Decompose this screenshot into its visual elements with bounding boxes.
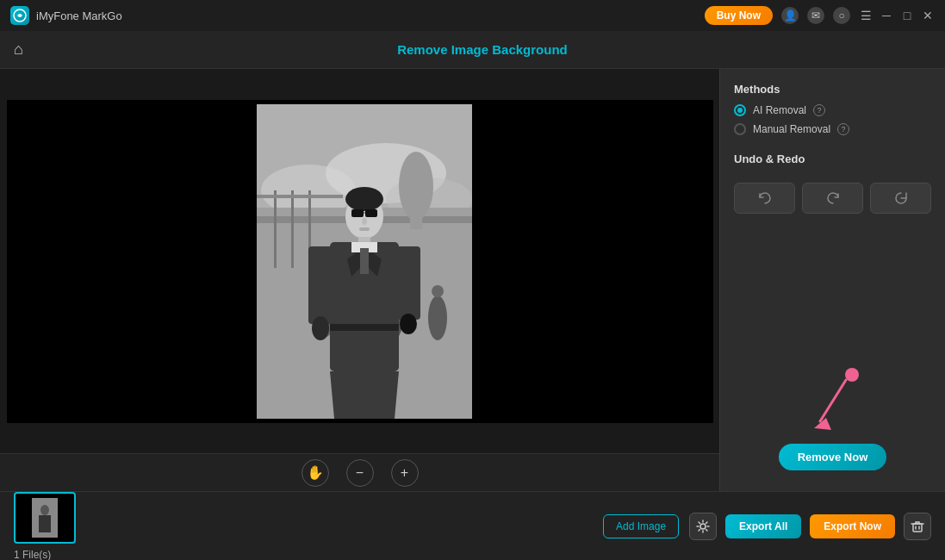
photo-frame: [257, 104, 472, 419]
svg-point-34: [362, 218, 367, 225]
refresh-button[interactable]: [870, 183, 931, 214]
svg-rect-25: [308, 246, 333, 324]
title-bar-left: iMyFone MarkGo: [10, 6, 122, 25]
svg-point-28: [400, 314, 417, 334]
maximize-icon[interactable]: □: [900, 9, 914, 22]
canvas-background: [7, 100, 713, 423]
settings-button[interactable]: [689, 513, 717, 540]
bottom-bar: 1 File(s) Add Image Export All Export No…: [0, 491, 945, 560]
bottom-left: 1 File(s): [14, 492, 76, 561]
ai-removal-row: AI Removal ?: [734, 104, 931, 116]
person-icon[interactable]: 👤: [781, 7, 799, 24]
main-content: ✋ − + Methods AI Removal ? Manual Remova…: [0, 69, 945, 491]
minimize-icon[interactable]: ─: [880, 9, 893, 22]
export-now-button[interactable]: Export Now: [810, 514, 895, 538]
svg-rect-47: [913, 524, 922, 532]
ai-removal-help-icon[interactable]: ?: [813, 104, 825, 116]
remove-now-button[interactable]: Remove Now: [779, 444, 887, 470]
window-controls: ☰ ─ □ ✕: [859, 9, 935, 22]
add-image-button[interactable]: Add Image: [603, 514, 679, 538]
canvas-area: ✋ − +: [0, 69, 719, 491]
header-bar: ⌂ Remove Image Background: [0, 31, 945, 69]
svg-rect-23: [330, 324, 399, 331]
svg-rect-31: [351, 209, 364, 217]
title-bar-right: Buy Now 👤 ✉ ○ ☰ ─ □ ✕: [705, 6, 935, 25]
svg-rect-32: [365, 209, 377, 217]
zoom-out-button[interactable]: −: [346, 459, 374, 487]
image-viewport: [0, 69, 719, 453]
buy-now-button[interactable]: Buy Now: [705, 6, 773, 25]
divider: Undo & Redo: [734, 152, 931, 174]
svg-point-30: [345, 187, 383, 211]
home-icon[interactable]: ⌂: [14, 40, 23, 59]
delete-button[interactable]: [904, 513, 931, 540]
manual-removal-label: Manual Removal: [753, 123, 830, 135]
undo-redo-row: [734, 183, 931, 214]
manual-removal-help-icon[interactable]: ?: [837, 123, 849, 135]
hand-tool-button[interactable]: ✋: [302, 459, 329, 487]
ai-removal-label: AI Removal: [753, 104, 806, 116]
methods-title: Methods: [734, 83, 931, 96]
title-bar: iMyFone MarkGo Buy Now 👤 ✉ ○ ☰ ─ □ ✕: [0, 0, 945, 31]
svg-marker-24: [330, 371, 399, 419]
svg-rect-13: [410, 186, 422, 229]
manual-removal-row: Manual Removal ?: [734, 123, 931, 135]
app-title: iMyFone MarkGo: [36, 9, 122, 22]
undo-button[interactable]: [734, 183, 795, 214]
thumbnail-item[interactable]: [14, 492, 76, 544]
mail-icon[interactable]: ✉: [807, 7, 824, 24]
svg-rect-35: [359, 227, 370, 231]
svg-rect-8: [274, 190, 277, 268]
bottom-right-actions: Export All Export Now: [689, 513, 931, 540]
toolbar-strip: ✋ − +: [0, 453, 719, 491]
image-container: [0, 69, 719, 453]
export-all-button[interactable]: Export All: [725, 514, 801, 538]
svg-point-19: [432, 285, 444, 297]
menu-icon[interactable]: ☰: [859, 9, 873, 22]
undo-redo-title: Undo & Redo: [734, 152, 931, 165]
svg-rect-26: [396, 246, 420, 320]
manual-removal-radio[interactable]: [734, 123, 746, 135]
svg-point-18: [428, 296, 447, 340]
bottom-thumbnail-row: [14, 492, 76, 544]
files-count: 1 File(s): [14, 549, 76, 561]
svg-point-46: [700, 524, 706, 529]
zoom-in-button[interactable]: +: [391, 459, 419, 487]
close-icon[interactable]: ✕: [921, 9, 935, 22]
svg-rect-9: [291, 190, 294, 268]
arrow-indicator: [790, 359, 876, 445]
svg-point-44: [40, 505, 49, 515]
svg-marker-41: [814, 418, 831, 430]
ai-removal-radio[interactable]: [734, 104, 746, 116]
right-panel: Methods AI Removal ? Manual Removal ? Un…: [719, 69, 945, 491]
redo-button[interactable]: [802, 183, 863, 214]
svg-point-27: [312, 316, 329, 340]
svg-rect-45: [39, 515, 51, 532]
app-logo: [10, 6, 29, 25]
page-title: Remove Image Background: [34, 42, 931, 57]
arrow-area: Remove Now: [734, 227, 931, 477]
svg-rect-11: [257, 195, 343, 198]
help-circle-icon[interactable]: ○: [833, 7, 850, 24]
svg-line-40: [820, 380, 846, 421]
svg-rect-38: [360, 248, 369, 274]
